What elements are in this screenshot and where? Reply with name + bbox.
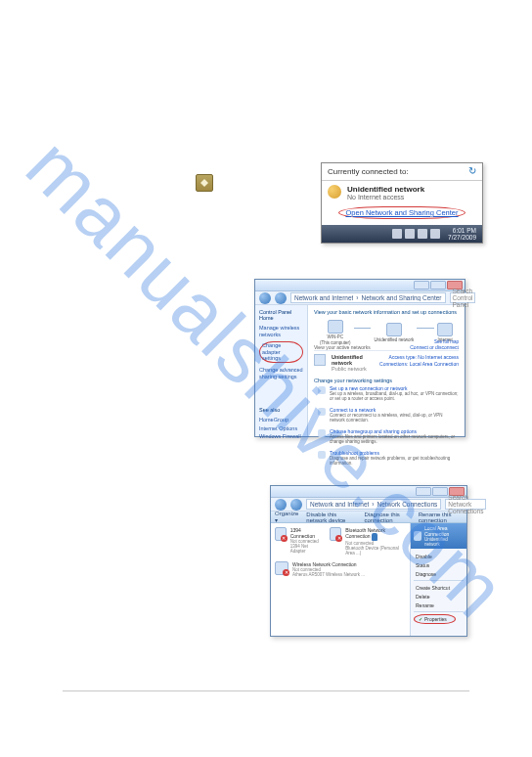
left-panel: Control Panel Home Manage wireless netwo…: [255, 305, 308, 436]
pc-icon: [328, 320, 343, 334]
main-heading: View your basic network information and …: [314, 309, 459, 315]
flyout-network-name: Unidentified network: [347, 185, 424, 194]
min-button[interactable]: [414, 281, 429, 289]
menu-item[interactable]: Status: [414, 560, 464, 569]
selected-item[interactable]: Local Area ConnectionUnidentified networ…: [411, 523, 466, 549]
context-menu: Disable Status Diagnose Create Shortcut …: [414, 552, 464, 624]
organize-menu[interactable]: Organize ▾: [275, 511, 298, 523]
max-button[interactable]: [430, 281, 446, 289]
adapter-icon: [275, 527, 287, 541]
menu-item[interactable]: Diagnose: [414, 569, 464, 578]
network-tray-icon[interactable]: [196, 174, 213, 192]
connection-item[interactable]: 1394 ConnectionNot connected1394 Net Ada…: [275, 527, 320, 556]
menu-item[interactable]: Create Shortcut: [414, 583, 464, 592]
adapter-icon: [330, 527, 341, 541]
search-input[interactable]: Search Control Panel: [450, 292, 476, 303]
adapter-icon: [275, 561, 288, 575]
cp-home[interactable]: Control Panel Home: [259, 309, 303, 321]
search-input[interactable]: Search Network Connections: [445, 499, 486, 510]
flyout-network-sub: No Internet access: [347, 194, 424, 200]
max-button[interactable]: [432, 487, 448, 496]
fwd-button[interactable]: [290, 499, 302, 511]
back-button[interactable]: [259, 292, 271, 304]
inet-icon: [437, 323, 453, 336]
tool-item[interactable]: Diagnose this connection: [365, 512, 411, 523]
side-link[interactable]: Windows Firewall: [259, 433, 303, 440]
see-also: See also: [259, 407, 303, 413]
menu-item[interactable]: Delete: [414, 592, 464, 601]
min-button[interactable]: [416, 487, 431, 496]
task-icon: [318, 451, 326, 459]
side-link[interactable]: Manage wireless networks: [259, 325, 303, 337]
task-icon: [318, 429, 326, 437]
task-icon: [318, 408, 326, 416]
sharing-center-window: Network and Internet › Network and Shari…: [254, 279, 466, 437]
globe-icon: [328, 185, 341, 199]
connections-window: Network and Internet › Network Connectio…: [270, 485, 467, 637]
tool-item[interactable]: Disable this network device: [306, 512, 356, 523]
change-adapter-link[interactable]: Change adapter settings: [259, 341, 303, 363]
side-link[interactable]: Change advanced sharing settings: [259, 367, 303, 379]
clock-date[interactable]: 7/27/2009: [448, 234, 476, 241]
task-icon: [318, 386, 326, 394]
breadcrumb[interactable]: Network and Internet › Network and Shari…: [290, 292, 446, 303]
menu-item[interactable]: Rename: [414, 601, 464, 609]
flyout-heading: Currently connected to:: [328, 167, 409, 176]
active-net-icon: [314, 354, 326, 366]
open-sharing-center-link[interactable]: Open Network and Sharing Center: [338, 206, 465, 219]
fwd-button[interactable]: [275, 292, 287, 304]
network-flyout: ↻ Currently connected to: Unidentified n…: [321, 162, 483, 244]
side-link[interactable]: Internet Options: [259, 425, 303, 432]
breadcrumb[interactable]: Network and Internet › Network Connectio…: [306, 499, 441, 510]
net-icon: [386, 323, 402, 336]
side-link[interactable]: HomeGroup: [259, 417, 303, 423]
connect-disconnect[interactable]: Connect or disconnect: [410, 344, 459, 350]
refresh-icon[interactable]: ↻: [468, 167, 476, 175]
tool-item[interactable]: Rename this connection: [419, 512, 463, 523]
clock-time[interactable]: 6:01 PM: [448, 227, 476, 234]
back-button[interactable]: [275, 499, 287, 511]
tray-power-icon[interactable]: [418, 229, 427, 239]
properties-item[interactable]: ✓Properties: [414, 614, 456, 624]
page-divider: [63, 690, 469, 691]
check-icon: ✓: [419, 616, 422, 622]
active-net-name: Unidentified network: [332, 354, 374, 366]
connection-item[interactable]: Wireless Network ConnectionNot connected…: [275, 561, 406, 577]
tray-volume-icon[interactable]: [430, 229, 440, 239]
tray-flag-icon[interactable]: [392, 229, 402, 239]
bluetooth-icon: [372, 533, 377, 541]
lan-link[interactable]: Local Area Connection: [410, 361, 459, 367]
menu-item[interactable]: Disable: [414, 552, 464, 560]
connection-item[interactable]: Bluetooth Network ConnectionNot connecte…: [330, 527, 406, 556]
tray-net-icon[interactable]: [405, 229, 415, 239]
adapter-icon: [414, 531, 421, 541]
taskbar: 6:01 PM 7/27/2009: [322, 225, 482, 243]
